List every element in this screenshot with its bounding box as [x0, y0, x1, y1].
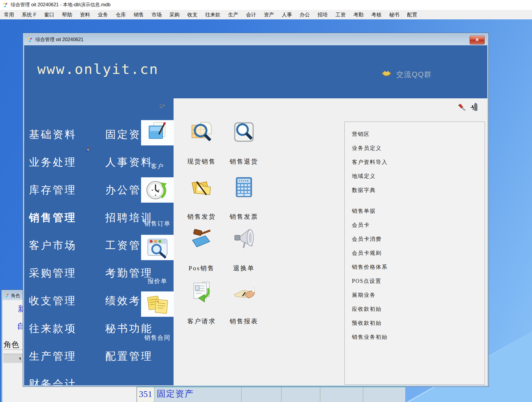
menu-item-peizhi[interactable]: 配置 [403, 11, 421, 18]
menu-item-xitong[interactable]: 系统 F [18, 11, 40, 18]
sidebar-item-production[interactable]: 生产管理 [29, 349, 77, 363]
search-spreadsheet-icon [189, 120, 214, 144]
shortcut-sales-report[interactable]: 销售报表 [222, 280, 266, 325]
background-data-grid-row[interactable]: 351 固定资产 [137, 386, 405, 402]
os-title-bar: 综合管理 oit 20240621 - 本地-db\演示信息.mdb [0, 0, 532, 10]
panel-item-customer-import[interactable]: 客户资料导入 [352, 155, 485, 169]
shortcut-quotation[interactable]: 报价单 [141, 235, 174, 260]
menu-item-caigou[interactable]: 采购 [166, 11, 183, 18]
shortcut-return-exchange[interactable]: 退换单 [222, 227, 266, 272]
exit-door-icon[interactable] [470, 103, 479, 111]
role-window-label: 角色 [4, 339, 19, 350]
shortcut-label: 销售报表 [222, 317, 266, 325]
main-menu-bar: 常用 系统 F 窗口 帮助 资料 业务 仓库 销售 市场 采购 收支 往来款 生… [0, 10, 532, 19]
panel-item-card-consumption[interactable]: 会员卡消费 [352, 232, 485, 246]
menu-item-yewu[interactable]: 业务 [94, 11, 112, 18]
shortcut-sales-invoice[interactable]: 销售发票 [222, 176, 266, 221]
panel-item-sales-documents[interactable]: 销售单据 [352, 204, 485, 218]
menu-item-zhaopei[interactable]: 招培 [314, 11, 332, 18]
shortcut-customer-request[interactable]: 客户请求 [179, 280, 224, 325]
menu-item-bangong[interactable]: 办公 [296, 11, 314, 18]
photo-album-pen-icon [146, 122, 169, 144]
drag-cursor-icon [86, 147, 91, 152]
shortcut-sales-order[interactable]: 销售订单 [141, 177, 174, 203]
panel-item-salesman-definition[interactable]: 业务员定义 [352, 141, 485, 155]
shortcut-label: 报价单 [141, 277, 174, 285]
shortcut-label: 销售退货 [222, 157, 266, 166]
sidebar-item-customer-market[interactable]: 客户市场 [29, 238, 77, 252]
menu-item-kaohe[interactable]: 考核 [367, 11, 385, 18]
customize-tools-icon[interactable] [457, 103, 466, 112]
menu-item-bangzhu[interactable]: 帮助 [58, 11, 76, 18]
shortcut-label: 客户请求 [179, 317, 224, 325]
app-logo-icon [2, 2, 8, 8]
banner: www.onlyit.cn 交流QQ群 [24, 45, 487, 98]
menu-item-changyong[interactable]: 常用 [0, 11, 18, 18]
panel-group-gap [345, 197, 485, 204]
main-window-title-bar[interactable]: 综合管理 oit 20240621 × [24, 34, 487, 45]
menu-item-wanglaikuan[interactable]: 往来款 [201, 11, 224, 18]
panel-item-receivable-init[interactable]: 应收款初始 [352, 302, 485, 316]
panel-item-extension-business[interactable]: 展期业务 [352, 288, 485, 302]
function-list-panel: 营销区 业务员定义 客户资料导入 地域定义 数据字典 销售单据 会员卡 会员卡消… [344, 122, 485, 385]
shortcut-label: 销售发票 [222, 212, 266, 221]
document-return-arrow-icon [189, 280, 214, 303]
menu-item-shichang[interactable]: 市场 [148, 11, 166, 18]
yellow-notes-icon [146, 293, 169, 316]
menu-item-kaoqin[interactable]: 考勤 [349, 11, 367, 18]
panel-item-card-rules[interactable]: 会员卡规则 [352, 246, 485, 260]
grid-cell-empty [363, 387, 405, 402]
menu-item-chuangkou[interactable]: 窗口 [40, 11, 58, 18]
grid-cell-empty [320, 387, 363, 402]
panel-item-marketing-area[interactable]: 营销区 [352, 127, 485, 141]
site-url-text: www.onlyit.cn [37, 61, 159, 77]
menu-item-shouzhi[interactable]: 收支 [183, 11, 201, 18]
sidebar-item-finance-accounting[interactable]: 财务会计 [29, 377, 77, 385]
menu-item-gongzi[interactable]: 工资 [332, 11, 349, 18]
grid-cell-row-name: 固定资产 [154, 387, 242, 402]
sidebar-column-1: 基础资料 业务处理 库存管理 销售管理 客户市场 采购管理 收支管理 往来款项 … [29, 128, 77, 385]
sidebar-item-base-data[interactable]: 基础资料 [29, 128, 77, 142]
shortcut-label: 销售订单 [141, 220, 174, 228]
background-window-title: 角色 [11, 293, 20, 299]
panel-item-data-dictionary[interactable]: 数据字典 [352, 183, 485, 197]
shortcut-tile [141, 177, 174, 203]
shortcut-tile [141, 235, 174, 260]
menu-item-xiaoshou[interactable]: 销售 [130, 11, 148, 18]
shortcut-sales-contract[interactable]: 销售合同 [141, 291, 174, 317]
shortcut-label: 现货销售 [179, 157, 224, 166]
panel-item-sales-business-init[interactable]: 销售业务初始 [352, 330, 485, 344]
menu-item-shengchan[interactable]: 生产 [224, 11, 242, 18]
panel-item-region-definition[interactable]: 地域定义 [352, 169, 485, 183]
sidebar-item-secretary[interactable]: 秘书功能 [105, 322, 153, 336]
menu-item-kuaiji[interactable]: 会计 [242, 11, 260, 18]
panel-item-price-system[interactable]: 销售价格体系 [352, 260, 485, 274]
busy-cursor-icon [160, 104, 165, 109]
sidebar-item-business-process[interactable]: 业务处理 [29, 155, 77, 169]
shortcut-customer[interactable]: 客户 [141, 120, 174, 145]
shortcut-label: 退换单 [222, 264, 266, 272]
sidebar-item-configuration[interactable]: 配置管理 [105, 349, 153, 363]
menu-item-cangku[interactable]: 仓库 [112, 11, 130, 18]
sidebar-item-purchasing[interactable]: 采购管理 [29, 266, 77, 280]
sidebar-item-inventory[interactable]: 库存管理 [29, 183, 77, 197]
qq-group-link[interactable]: 交流QQ群 [396, 70, 432, 79]
panel-item-pos-settings[interactable]: POS点设置 [352, 274, 485, 288]
menu-item-mishu[interactable]: 秘书 [385, 11, 403, 18]
sidebar-item-receivables-payables[interactable]: 往来款项 [29, 322, 77, 336]
shortcut-spot-sales[interactable]: 现货销售 [179, 120, 224, 166]
menu-item-renshi[interactable]: 人事 [278, 11, 296, 18]
menu-item-zichan[interactable]: 资产 [260, 11, 278, 18]
close-button[interactable]: × [470, 36, 485, 44]
role-window-selection-box[interactable] [3, 354, 23, 363]
shortcut-sales-delivery[interactable]: 销售发货 [179, 176, 224, 221]
menu-item-ziliao[interactable]: 资料 [76, 11, 94, 18]
gavel-icon [189, 227, 214, 250]
sidebar-item-sales-management[interactable]: 销售管理 [29, 211, 77, 225]
panel-item-membership-card[interactable]: 会员卡 [352, 218, 485, 232]
sidebar-item-income-expense[interactable]: 收支管理 [29, 294, 77, 308]
panel-item-prepaid-init[interactable]: 预收款初始 [352, 316, 485, 330]
shortcut-sales-return[interactable]: 销售退货 [222, 120, 266, 166]
app-logo-icon [4, 293, 9, 298]
shortcut-pos-sales[interactable]: Pos销售 [179, 227, 224, 272]
